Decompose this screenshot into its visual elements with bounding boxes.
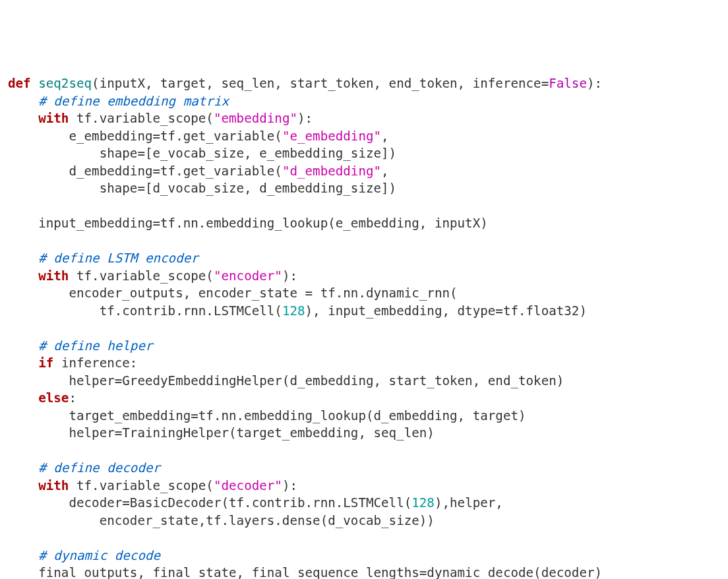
code-line: # define embedding matrix [8,94,229,109]
comment: # define helper [38,338,152,353]
string: "embedding" [214,111,297,126]
code-line: encoder_state,tf.layers.dense(d_vocab_si… [8,513,435,528]
indent [8,548,38,563]
code-line: tf.contrib.rnn.LSTMCell(128), input_embe… [8,303,587,319]
code-line: d_embedding=tf.get_variable("d_embedding… [8,164,389,179]
code-text: shape=[e_vocab_size, e_embedding_size]) [100,146,397,161]
keyword-with: with [38,478,69,493]
signature: (inputX, target, seq_len, start_token, e… [92,76,549,91]
keyword-def: def [8,76,38,91]
code-line: target_embedding=tf.nn.embedding_lookup(… [8,408,526,423]
code-text: encoder_state,tf.layers.dense(d_vocab_si… [100,513,435,528]
blank-line [8,233,16,249]
code-text: helper=TrainingHelper(target_embedding, … [69,425,435,441]
indent [8,460,38,475]
code-text: shape=[d_vocab_size, d_embedding_size]) [100,181,397,196]
indent [8,565,38,579]
code-line: if inference: [8,355,137,371]
code-line: # define LSTM encoder [8,251,198,266]
code-line: # define decoder [8,460,160,475]
code-block: def seq2seq(inputX, target, seq_len, sta… [8,75,720,579]
code-line: helper=TrainingHelper(target_embedding, … [8,425,435,441]
indent [8,181,100,196]
indent [8,425,69,441]
code-text: input_embedding=tf.nn.embedding_lookup(e… [38,216,488,231]
number: 128 [282,303,305,319]
indent [8,355,38,371]
code-text: tf.variable_scope( [69,111,214,126]
string: "encoder" [214,268,282,284]
code-line: def seq2seq(inputX, target, seq_len, sta… [8,76,602,91]
code-text: ): [282,478,297,493]
code-text: , [381,164,389,179]
code-line: else: [8,390,76,406]
code-line: with tf.variable_scope("encoder"): [8,268,297,284]
indent [8,495,69,510]
code-text: ),helper, [435,495,503,510]
code-text: ): [297,111,313,126]
code-line: final_outputs, final_state, final_sequen… [8,565,602,579]
blank-line [8,530,16,545]
blank-line [8,320,16,336]
code-line: # dynamic decode [8,548,160,563]
indent [8,478,38,493]
keyword-if: if [38,355,53,371]
string: "d_embedding" [282,164,381,179]
code-text: helper=GreedyEmbeddingHelper(d_embedding… [69,373,564,388]
indent [8,303,100,319]
indent [8,286,69,301]
comment: # define embedding matrix [38,94,229,109]
code-text: e_embedding=tf.get_variable( [69,129,282,144]
indent [8,216,38,231]
keyword-with: with [38,268,69,284]
string: "decoder" [214,478,282,493]
indent [8,513,100,528]
code-text: tf.variable_scope( [69,268,214,284]
code-text: encoder_outputs, encoder_state = tf.nn.d… [69,286,457,301]
code-line: # define helper [8,338,153,353]
code-line: helper=GreedyEmbeddingHelper(d_embedding… [8,373,564,388]
code-text: ): [282,268,297,284]
code-line: encoder_outputs, encoder_state = tf.nn.d… [8,286,458,301]
code-text: tf.contrib.rnn.LSTMCell( [100,303,282,319]
code-text: , [381,129,389,144]
code-text: d_embedding=tf.get_variable( [69,164,282,179]
code-line: with tf.variable_scope("decoder"): [8,478,297,493]
code-text: decoder=BasicDecoder(tf.contrib.rnn.LSTM… [69,495,411,510]
code-text: tf.variable_scope( [69,478,214,493]
indent [8,373,69,388]
indent [8,408,69,423]
comment: # dynamic decode [38,548,160,563]
code-line: input_embedding=tf.nn.embedding_lookup(e… [8,216,488,231]
keyword-else: else [38,390,69,406]
indent [8,94,38,109]
function-name: seq2seq [38,76,92,91]
comment: # define LSTM encoder [38,251,198,266]
code-text: : [69,390,76,406]
indent [8,129,69,144]
indent [8,251,38,266]
indent [8,164,69,179]
blank-line [8,198,16,214]
string: "e_embedding" [282,129,381,144]
code-line: shape=[e_vocab_size, e_embedding_size]) [8,146,396,161]
indent [8,390,38,406]
number: 128 [411,495,435,510]
indent [8,338,38,353]
keyword-with: with [38,111,69,126]
code-text: inference: [53,355,137,371]
signature-end: ): [587,76,602,91]
code-line: with tf.variable_scope("embedding"): [8,111,313,126]
blank-line [8,443,16,458]
code-text: target_embedding=tf.nn.embedding_lookup(… [69,408,526,423]
indent [8,268,38,284]
comment: # define decoder [38,460,160,475]
boolean: False [549,76,587,91]
code-line: e_embedding=tf.get_variable("e_embedding… [8,129,389,144]
indent [8,111,38,126]
code-text: ), input_embedding, dtype=tf.float32) [305,303,587,319]
code-line: shape=[d_vocab_size, d_embedding_size]) [8,181,396,196]
code-text: final_outputs, final_state, final_sequen… [38,565,602,579]
code-line: decoder=BasicDecoder(tf.contrib.rnn.LSTM… [8,495,503,510]
indent [8,146,100,161]
